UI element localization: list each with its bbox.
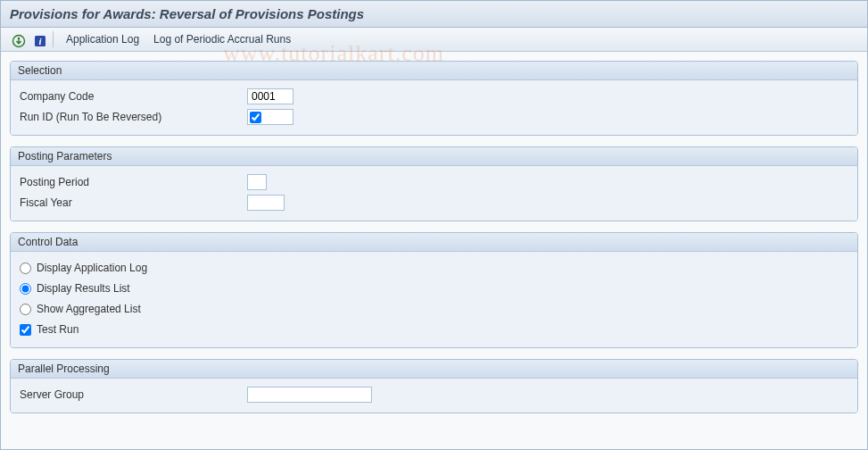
fiscal-year-label: Fiscal Year — [20, 196, 247, 209]
test-run-label: Test Run — [37, 323, 79, 336]
page-title: Provisions for Awards: Reversal of Provi… — [1, 1, 867, 28]
content-area: Selection Company Code Run ID (Run To Be… — [1, 52, 867, 413]
group-control-data: Control Data Display Application Log Dis… — [10, 232, 858, 348]
fiscal-year-input[interactable] — [247, 195, 285, 211]
group-posting-title: Posting Parameters — [11, 147, 857, 166]
group-control-title: Control Data — [11, 233, 857, 252]
display-app-log-label: Display Application Log — [37, 262, 147, 274]
info-icon[interactable]: i — [29, 32, 44, 46]
company-code-label: Company Code — [20, 90, 247, 103]
server-group-input[interactable] — [247, 387, 372, 403]
toolbar-separator — [53, 31, 54, 47]
posting-period-label: Posting Period — [20, 176, 247, 188]
display-app-log-radio[interactable] — [20, 262, 31, 274]
posting-period-input[interactable] — [247, 174, 267, 190]
run-id-checkbox[interactable] — [250, 112, 261, 123]
company-code-input[interactable] — [247, 88, 293, 104]
execute-icon[interactable] — [8, 32, 22, 46]
group-parallel-processing: Parallel Processing Server Group — [10, 359, 858, 413]
group-selection-title: Selection — [11, 62, 857, 80]
group-posting-parameters: Posting Parameters Posting Period Fiscal… — [10, 146, 858, 221]
periodic-accrual-log-button[interactable]: Log of Periodic Accrual Runs — [150, 31, 294, 47]
test-run-checkbox[interactable] — [20, 324, 31, 336]
display-results-radio[interactable] — [20, 283, 31, 295]
server-group-label: Server Group — [20, 388, 247, 401]
app-window: Provisions for Awards: Reversal of Provi… — [0, 0, 868, 450]
run-id-label: Run ID (Run To Be Reversed) — [20, 111, 247, 123]
run-id-field[interactable] — [247, 109, 293, 125]
show-aggregated-label: Show Aggregated List — [37, 303, 141, 315]
application-log-button[interactable]: Application Log — [62, 31, 143, 47]
group-selection: Selection Company Code Run ID (Run To Be… — [10, 61, 858, 136]
group-parallel-title: Parallel Processing — [11, 360, 857, 379]
show-aggregated-radio[interactable] — [20, 304, 31, 315]
toolbar: i Application Log Log of Periodic Accrua… — [1, 28, 867, 52]
display-results-label: Display Results List — [37, 282, 130, 295]
